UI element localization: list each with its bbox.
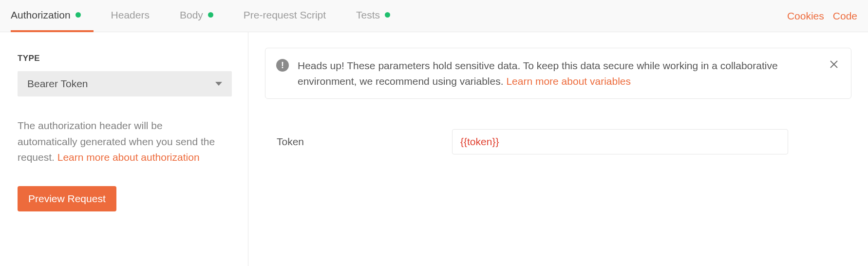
status-dot-icon: [385, 12, 390, 18]
tab-pre-request-script[interactable]: Pre-request Script: [244, 0, 339, 32]
tab-label: Pre-request Script: [244, 9, 326, 21]
auth-sidebar: TYPE Bearer Token The authorization head…: [0, 32, 248, 266]
request-tabbar: Authorization Headers Body Pre-request S…: [0, 0, 868, 32]
status-dot-icon: [75, 12, 81, 18]
token-input[interactable]: [452, 129, 788, 154]
tab-headers[interactable]: Headers: [111, 0, 162, 32]
alert-text: Heads up! These parameters hold sensitiv…: [298, 58, 819, 89]
tab-actions: Cookies Code: [787, 10, 857, 22]
learn-more-variables-link[interactable]: Learn more about variables: [506, 76, 631, 87]
cookies-link[interactable]: Cookies: [787, 10, 824, 22]
token-row: Token: [265, 129, 851, 154]
status-dot-icon: [208, 12, 213, 18]
learn-more-authorization-link[interactable]: Learn more about authorization: [57, 152, 200, 163]
auth-help-text: The authorization header will be automat…: [18, 118, 222, 166]
auth-type-select[interactable]: Bearer Token: [18, 71, 232, 96]
sensitive-data-alert: ! Heads up! These parameters hold sensit…: [265, 48, 851, 99]
auth-content: ! Heads up! These parameters hold sensit…: [248, 32, 868, 266]
code-link[interactable]: Code: [833, 10, 857, 22]
main-panel: TYPE Bearer Token The authorization head…: [0, 32, 868, 266]
tab-tests[interactable]: Tests: [356, 0, 403, 32]
tab-authorization[interactable]: Authorization: [11, 0, 94, 32]
token-label: Token: [277, 136, 452, 148]
preview-request-button[interactable]: Preview Request: [18, 186, 116, 211]
request-tabs: Authorization Headers Body Pre-request S…: [11, 0, 787, 32]
warning-icon: !: [276, 59, 289, 72]
tab-label: Headers: [111, 9, 150, 21]
tab-label: Body: [180, 9, 203, 21]
auth-type-selected-value: Bearer Token: [27, 78, 88, 90]
tab-body[interactable]: Body: [180, 0, 226, 32]
close-icon[interactable]: [828, 58, 840, 72]
tab-label: Authorization: [11, 9, 71, 21]
auth-type-label: TYPE: [18, 54, 230, 63]
chevron-down-icon: [215, 82, 222, 86]
tab-label: Tests: [356, 9, 380, 21]
